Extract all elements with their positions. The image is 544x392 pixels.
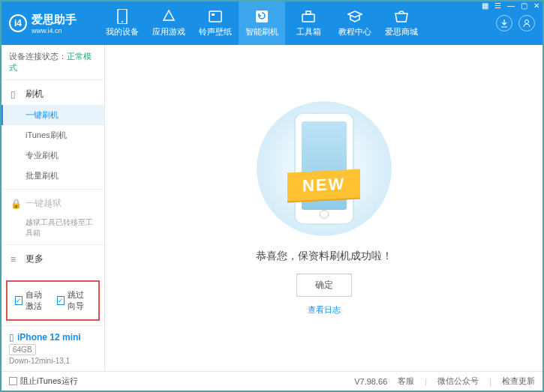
app-url: www.i4.cn [32, 27, 77, 34]
menu-group-more: ≡ 更多 其他工具 下载固件 高级功能 [2, 245, 104, 276]
menu-item-other[interactable]: 其他工具 [2, 270, 104, 276]
success-message: 恭喜您，保资料刷机成功啦！ [256, 250, 392, 263]
checkbox-icon [9, 377, 17, 385]
graduation-icon [347, 9, 362, 24]
wallpaper-icon [208, 9, 223, 24]
menu-icon[interactable]: ▦ [482, 1, 488, 10]
toolbox-icon [301, 9, 316, 24]
jailbreak-note: 越狱工具已转移至工具箱 [2, 214, 104, 241]
nav-ringtones[interactable]: 铃声壁纸 [192, 1, 239, 45]
menu-header-jailbreak[interactable]: 🔒 一键越狱 [2, 193, 104, 214]
menu-item-itunes[interactable]: iTunes刷机 [2, 125, 104, 145]
svg-point-7 [525, 20, 529, 24]
logo-icon: i4 [9, 14, 27, 32]
phone-illustration [294, 112, 354, 225]
maximize-icon[interactable]: ▢ [521, 1, 527, 10]
more-icon: ≡ [11, 254, 21, 265]
service-link[interactable]: 客服 [398, 376, 414, 387]
footer-right: V7.98.66 客服 | 微信公众号 | 检查更新 [354, 376, 535, 387]
body: 设备连接状态：正常模式 ▯ 刷机 一键刷机 iTunes刷机 专业刷机 批量刷机… [2, 45, 542, 371]
nav-apps[interactable]: 应用游戏 [146, 1, 192, 45]
checkbox-auto-activate[interactable]: ✓ 自动激活 [15, 289, 50, 312]
device-phone-icon: ▯ [9, 332, 14, 343]
nav-toolbox[interactable]: 工具箱 [285, 1, 332, 45]
menu-header-flash[interactable]: ▯ 刷机 [2, 83, 104, 105]
wechat-link[interactable]: 微信公众号 [437, 376, 479, 387]
nav-tutorials[interactable]: 教程中心 [332, 1, 378, 45]
confirm-button[interactable]: 确定 [296, 274, 352, 297]
header-right [496, 15, 535, 31]
app-name: 爱思助手 [32, 13, 77, 27]
svg-point-1 [122, 21, 123, 22]
svg-rect-6 [306, 11, 311, 14]
options-highlighted: ✓ 自动激活 ✓ 跳过向导 [6, 280, 100, 321]
menu-item-pro[interactable]: 专业刷机 [2, 145, 104, 166]
device-block[interactable]: ▯ iPhone 12 mini 64GB Down-12mini-13,1 [2, 325, 104, 371]
check-icon: ✓ [15, 296, 23, 305]
svg-rect-3 [212, 13, 215, 16]
phone-icon [115, 9, 130, 24]
menu-item-oneclick[interactable]: 一键刷机 [2, 105, 104, 125]
window-controls: ▦ ☰ — ▢ ✕ [482, 1, 539, 10]
apps-icon [161, 9, 176, 24]
sidebar-menu: ▯ 刷机 一键刷机 iTunes刷机 专业刷机 批量刷机 🔒 一键越狱 越狱工具… [2, 80, 104, 276]
menu-group-flash: ▯ 刷机 一键刷机 iTunes刷机 专业刷机 批量刷机 [2, 80, 104, 190]
store-icon [394, 9, 409, 24]
sidebar: 设备连接状态：正常模式 ▯ 刷机 一键刷机 iTunes刷机 专业刷机 批量刷机… [2, 45, 105, 371]
menu-group-jailbreak: 🔒 一键越狱 越狱工具已转移至工具箱 [2, 190, 104, 245]
logo: i4 爱思助手 www.i4.cn [9, 13, 99, 34]
version-label: V7.98.66 [354, 377, 387, 386]
view-log-link[interactable]: 查看日志 [308, 304, 341, 316]
device-storage: 64GB [9, 344, 36, 355]
svg-rect-2 [209, 11, 221, 22]
device-sub: Down-12mini-13,1 [9, 357, 97, 365]
nav-my-device[interactable]: 我的设备 [99, 1, 146, 45]
main-content: NEW 恭喜您，保资料刷机成功啦！ 确定 查看日志 [105, 45, 542, 371]
refresh-icon [254, 9, 269, 24]
success-illustration: NEW [242, 101, 407, 236]
check-icon: ✓ [57, 296, 65, 305]
footer-left: 阻止iTunes运行 [9, 376, 78, 387]
checkbox-skip-guide[interactable]: ✓ 跳过向导 [57, 289, 92, 312]
close-icon[interactable]: ✕ [533, 1, 539, 10]
new-ribbon: NEW [287, 169, 360, 202]
header: i4 爱思助手 www.i4.cn 我的设备 应用游戏 铃声壁纸 智能刷机 工具… [2, 1, 542, 45]
svg-rect-5 [302, 14, 314, 22]
checkbox-block-itunes[interactable]: 阻止iTunes运行 [9, 376, 78, 387]
nav-flash[interactable]: 智能刷机 [239, 1, 285, 45]
device-name: iPhone 12 mini [17, 332, 81, 343]
update-link[interactable]: 检查更新 [502, 376, 535, 387]
user-button[interactable] [518, 15, 535, 31]
connection-status: 设备连接状态：正常模式 [2, 45, 104, 80]
nav-store[interactable]: 爱思商城 [378, 1, 425, 45]
download-button[interactable] [496, 15, 512, 31]
lock-icon[interactable]: ☰ [494, 1, 501, 10]
lock-small-icon: 🔒 [11, 199, 21, 209]
menu-item-batch[interactable]: 批量刷机 [2, 166, 104, 186]
minimize-icon[interactable]: — [507, 1, 515, 10]
menu-header-more[interactable]: ≡ 更多 [2, 248, 104, 270]
footer: 阻止iTunes运行 V7.98.66 客服 | 微信公众号 | 检查更新 [2, 371, 542, 391]
nav: 我的设备 应用游戏 铃声壁纸 智能刷机 工具箱 教程中心 爱思商城 [99, 1, 496, 45]
phone-small-icon: ▯ [11, 89, 21, 100]
